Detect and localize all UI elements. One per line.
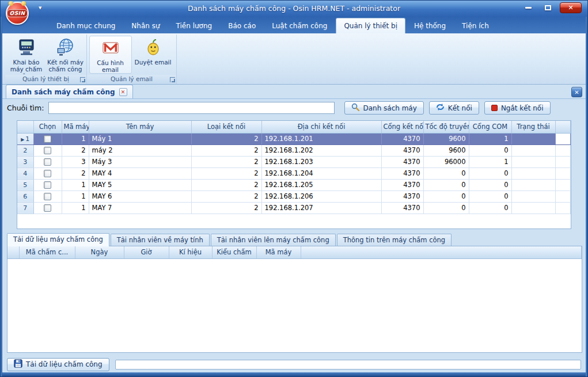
ribbon-tab-quan-ly-thiet-bi[interactable]: Quản lý thiết bị [336, 18, 405, 33]
cell[interactable]: MAY 4 [89, 167, 191, 179]
cell[interactable]: 1 [62, 179, 89, 191]
cell[interactable]: 2 [62, 167, 89, 179]
cell[interactable]: 192.168.1.202 [261, 144, 381, 156]
cell[interactable]: 2 [62, 144, 89, 156]
row-checkbox[interactable] [44, 193, 51, 200]
col-ma-cham-cong[interactable]: Mã chấm c... [19, 246, 75, 258]
checkbox-cell[interactable] [33, 133, 62, 144]
cell[interactable]: 4370 [381, 191, 423, 202]
duyet-email-button[interactable]: Duyệt email [132, 36, 174, 74]
tab-thong-tin-tren-may-cham-cong[interactable]: Thông tin trên máy chấm công [337, 234, 452, 246]
osin-logo-icon[interactable]: OSIN [6, 2, 29, 25]
search-input[interactable] [48, 102, 335, 114]
machine-row[interactable]: 6 1 MAY 6 2 192.168.1.206 4370 0 0 [17, 191, 571, 202]
tai-du-lieu-cham-cong-button[interactable]: Tải dữ liệu chấm công [7, 358, 109, 371]
tab-danh-sach-may-cham-cong[interactable]: Danh sách máy chấm công ✕ [6, 85, 133, 98]
cell[interactable]: 9600 [423, 133, 469, 144]
cell[interactable]: 96000 [423, 156, 469, 167]
khai-bao-may-cham-cong-button[interactable]: Khai báo máy chấm công [7, 36, 46, 79]
cell[interactable]: 4370 [381, 133, 423, 144]
cell[interactable]: 0 [423, 179, 469, 191]
tab-tai-du-lieu-may-cham-cong[interactable]: Tải dữ liệu máy chấm công [7, 233, 109, 246]
cell[interactable]: 4370 [381, 144, 423, 156]
cau-hinh-email-button[interactable]: Cấu hình email [89, 36, 132, 74]
row-checkbox[interactable] [44, 181, 51, 189]
cell[interactable] [511, 179, 555, 191]
ribbon-tab-bao-cao[interactable]: Báo cáo [221, 19, 263, 33]
row-checkbox[interactable] [44, 170, 51, 177]
machine-row[interactable]: 3 3 Máy 3 2 192.168.1.203 4370 96000 1 [17, 156, 571, 167]
col-ki-hieu[interactable]: Kí hiệu [169, 246, 212, 258]
col-chon[interactable]: Chọn [33, 121, 62, 133]
cell[interactable]: 0 [469, 179, 511, 191]
cell[interactable]: 9600 [423, 144, 469, 156]
minimize-button[interactable] [521, 2, 536, 13]
cell[interactable]: 1 [62, 202, 89, 214]
cell[interactable]: Máy 3 [89, 156, 191, 167]
cell[interactable]: 1 [469, 133, 511, 144]
cell[interactable] [511, 202, 555, 214]
checkbox-cell[interactable] [33, 167, 62, 179]
cell[interactable]: 2 [191, 191, 261, 202]
cell[interactable]: 0 [469, 202, 511, 214]
machine-row[interactable]: 7 1 MAY 7 2 192.168.1.207 4370 0 0 [17, 202, 571, 214]
cell[interactable]: 0 [423, 167, 469, 179]
tab-close-icon[interactable]: ✕ [119, 88, 127, 96]
checkbox-cell[interactable] [33, 156, 62, 167]
cell[interactable]: 3 [62, 156, 89, 167]
row-checkbox[interactable] [44, 158, 51, 166]
dialog-launcher-icon[interactable] [170, 77, 175, 82]
col-ma-may[interactable]: Mã máy [62, 121, 89, 133]
cell[interactable]: 2 [191, 133, 261, 144]
checkbox-cell[interactable] [33, 144, 62, 156]
col-dia-chi-ket-noi[interactable]: Địa chỉ kết nối [261, 121, 381, 133]
cell[interactable]: MAY 6 [89, 191, 191, 202]
cell[interactable]: 2 [191, 144, 261, 156]
cell[interactable]: 4370 [381, 156, 423, 167]
cell[interactable]: 192.168.1.203 [261, 156, 381, 167]
cell[interactable] [511, 167, 555, 179]
cell[interactable]: 1 [62, 191, 89, 202]
machine-row[interactable]: 2 2 máy 2 2 192.168.1.202 4370 9600 0 [17, 144, 571, 156]
cell[interactable]: 4370 [381, 167, 423, 179]
tab-tai-nhan-vien-len-may-cham-cong[interactable]: Tải nhân viên lên máy chấm công [211, 234, 336, 246]
machine-row[interactable]: ▶1 1 Máy 1 2 192.168.1.201 4370 9600 1 [17, 133, 571, 144]
ribbon-tab-luat-cham-cong[interactable]: Luật chấm công [264, 19, 335, 33]
checkbox-cell[interactable] [33, 202, 62, 214]
col-trang-thai[interactable]: Trạng thái [511, 121, 555, 133]
cell[interactable] [511, 144, 555, 156]
ribbon-tab-tien-luong[interactable]: Tiền lương [169, 19, 220, 33]
col-cong-ket-noi[interactable]: Cổng kết nối [381, 121, 423, 133]
cell[interactable]: 192.168.1.201 [261, 133, 381, 144]
quick-access-chevron-icon[interactable]: ▼ [39, 6, 41, 10]
checkbox-cell[interactable] [33, 191, 62, 202]
cell[interactable]: 2 [191, 167, 261, 179]
ngat-ket-noi-button[interactable]: Ngắt kết nối [484, 101, 551, 115]
row-checkbox[interactable] [44, 135, 51, 143]
ribbon-tab-he-thong[interactable]: Hệ thống [407, 19, 453, 33]
cell[interactable]: 0 [469, 191, 511, 202]
cell[interactable]: 2 [191, 156, 261, 167]
col-toc-do-truyen[interactable]: Tốc độ truyền [423, 121, 469, 133]
cell[interactable]: 192.168.1.205 [261, 179, 381, 191]
machine-row[interactable]: 5 1 MAY 5 2 192.168.1.205 4370 0 0 [17, 179, 571, 191]
col-loai-ket-noi[interactable]: Loại kết nối [191, 121, 261, 133]
tab-tai-nhan-vien-ve-may-tinh[interactable]: Tải nhân viên về máy tính [111, 234, 210, 246]
cell[interactable]: 192.168.1.204 [261, 167, 381, 179]
cell[interactable]: 1 [469, 156, 511, 167]
maximize-button[interactable] [540, 2, 555, 13]
cell[interactable]: 1 [62, 133, 89, 144]
cell[interactable] [511, 133, 555, 144]
row-checkbox[interactable] [44, 204, 51, 212]
close-button[interactable]: ✕ [560, 2, 582, 13]
row-checkbox[interactable] [44, 147, 51, 154]
cell[interactable]: 2 [191, 202, 261, 214]
ribbon-tab-nhan-su[interactable]: Nhân sự [124, 19, 167, 33]
cell[interactable]: Máy 1 [89, 133, 191, 144]
cell[interactable]: 0 [469, 144, 511, 156]
cell[interactable]: MAY 5 [89, 179, 191, 191]
cell[interactable] [511, 191, 555, 202]
ribbon-tab-tien-ich[interactable]: Tiện ích [454, 19, 496, 33]
col-ten-may[interactable]: Tên máy [89, 121, 191, 133]
cell[interactable]: 0 [469, 167, 511, 179]
